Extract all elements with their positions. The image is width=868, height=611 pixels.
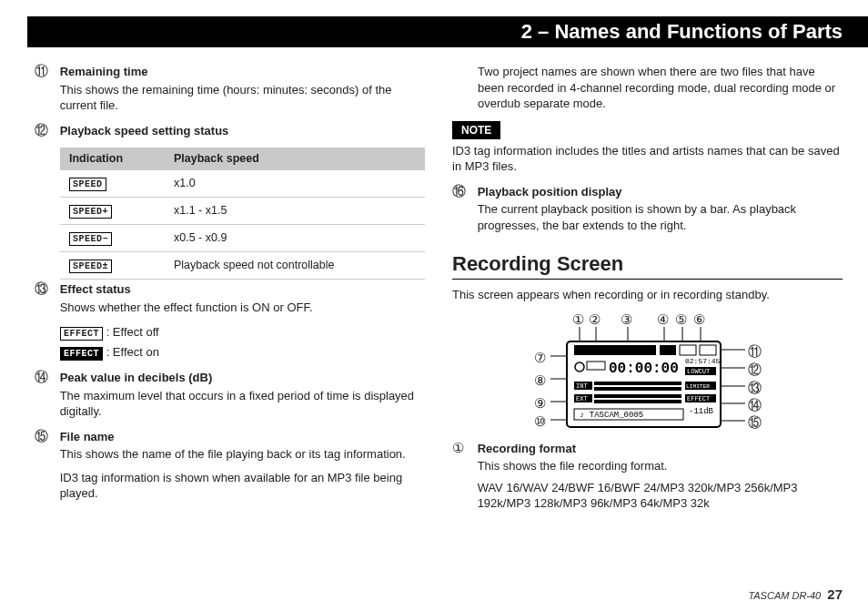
callout-top: ⑤ [675, 311, 687, 329]
speed-value: Playback speed not controllable [165, 252, 425, 280]
item-peak-value: ⑭ Peak value in decibels (dB) The maximu… [35, 370, 425, 420]
effect-off-text: : Effect off [106, 325, 159, 339]
effect-on-icon: EFFECT [60, 347, 103, 361]
svg-rect-17 [660, 345, 676, 355]
callout-top: ② [589, 311, 601, 329]
speed-value: x1.0 [165, 170, 425, 198]
table-row: SPEED x1.0 [60, 170, 425, 198]
item-title: Remaining time [60, 65, 148, 78]
svg-rect-28 [594, 382, 681, 385]
right-column: Two project names are shown when there a… [452, 64, 843, 584]
item-title: Effect status [60, 282, 131, 296]
section-intro: This screen appears when recording or in… [452, 287, 843, 303]
item-title: Playback speed setting status [60, 124, 229, 137]
item-title: Recording format [478, 442, 576, 455]
note-block: NOTE ID3 tag information includes the ti… [452, 121, 843, 175]
callout-right: ⑮ [748, 413, 762, 432]
svg-text:LIMITER: LIMITER [686, 383, 710, 390]
item-remaining-time: ⑪ Remaining time This shows the remainin… [35, 64, 425, 114]
note-text: ID3 tag information includes the titles … [452, 143, 843, 175]
recording-screen-figure: ① ② ③ ④ ⑤ ⑥ ⑦ ⑧ ⑨ ⑩ ⑪ ⑫ ⑬ ⑭ ⑮ [507, 311, 789, 433]
callout-left: ⑧ [534, 372, 546, 390]
svg-text:LOWCUT: LOWCUT [687, 368, 710, 375]
chapter-title: 2 – Names and Functions of Parts [521, 20, 843, 44]
item-playback-position: ⑯ Playback position display The current … [452, 184, 843, 234]
table-row: SPEED x1.1 - x1.5 [60, 198, 425, 225]
chapter-header: 2 – Names and Functions of Parts [27, 16, 868, 47]
callout-left: ⑦ [534, 349, 546, 367]
page-footer: TASCAM DR-40 27 [748, 586, 843, 602]
callout-right: ⑫ [748, 361, 762, 379]
manual-page: 2 – Names and Functions of Parts ⑪ Remai… [0, 0, 868, 611]
svg-text:-11dB: -11dB [689, 407, 714, 416]
item-title: Peak value in decibels (dB) [60, 371, 213, 384]
item-effect-status: ⑬ Effect status Shows whether the effect… [35, 281, 425, 315]
callout-left: ⑨ [534, 394, 546, 412]
callout-number: ① [452, 441, 464, 454]
item-playback-speed: ⑫ Playback speed setting status [35, 123, 425, 139]
item-desc: Shows whether the effect function is ON … [60, 300, 425, 316]
speed-pm-icon: SPEED [69, 260, 112, 273]
svg-text:INT: INT [576, 382, 588, 390]
svg-text:00:00:00: 00:00:00 [609, 361, 679, 377]
item-desc: This shows the remaining time (hours: mi… [60, 82, 425, 114]
callout-top: ① [572, 311, 584, 329]
callout-top: ⑥ [693, 311, 705, 329]
col-speed: Playback speed [165, 148, 425, 170]
svg-text:EFFECT: EFFECT [687, 395, 710, 402]
item-desc: This shows the file recording format. [478, 458, 843, 474]
col-indication: Indication [60, 148, 165, 170]
item-recording-format: ① Recording format This shows the file r… [452, 441, 843, 512]
callout-number: ⑮ [35, 429, 48, 443]
section-heading: Recording Screen [452, 250, 843, 280]
table-row: SPEED Playback speed not controllable [60, 252, 425, 280]
callout-right: ⑪ [748, 342, 762, 361]
continuation-text: Two project names are shown when there a… [478, 64, 843, 112]
footer-page: 27 [827, 586, 843, 602]
item-desc: The maximum level that occurs in a fixed… [60, 388, 425, 420]
callout-number: ⑬ [35, 281, 48, 295]
svg-rect-29 [594, 387, 681, 391]
callout-number: ⑫ [35, 123, 48, 137]
item-title: File name [60, 430, 115, 443]
svg-rect-35 [594, 400, 681, 403]
callout-top: ④ [657, 311, 669, 329]
svg-text:02:57:45: 02:57:45 [685, 357, 721, 365]
callout-top: ③ [621, 311, 632, 329]
speed-table: Indication Playback speed SPEED x1.0 SPE… [60, 148, 425, 280]
item-extra: ID3 tag information is shown when availa… [60, 470, 425, 502]
speed-value: x1.1 - x1.5 [165, 198, 425, 225]
item-formats: WAV 16/WAV 24/BWF 16/BWF 24/MP3 320k/MP3… [478, 480, 843, 512]
left-column: ⑪ Remaining time This shows the remainin… [35, 64, 425, 584]
speed-icon: SPEED [69, 178, 106, 191]
speed-value: x0.5 - x0.9 [165, 225, 425, 252]
content-columns: ⑪ Remaining time This shows the remainin… [35, 64, 843, 584]
item-title: Playback position display [478, 185, 622, 199]
footer-model: TASCAM DR-40 [748, 590, 821, 601]
speed-table-wrap: Indication Playback speed SPEED x1.0 SPE… [60, 148, 425, 280]
effect-legend: EFFECT : Effect off EFFECT : Effect on [60, 324, 425, 361]
item-desc: The current playback position is shown b… [478, 201, 843, 233]
callout-number: ⑭ [35, 370, 48, 383]
callout-number: ⑪ [35, 64, 48, 77]
speed-minus-icon: SPEED [69, 232, 112, 246]
svg-text:♪ TASCAM_0005: ♪ TASCAM_0005 [580, 411, 643, 420]
callout-right: ⑬ [748, 379, 762, 397]
svg-rect-16 [574, 345, 656, 355]
table-header-row: Indication Playback speed [60, 148, 425, 170]
svg-rect-34 [594, 394, 681, 398]
table-row: SPEED x0.5 - x0.9 [60, 225, 425, 252]
callout-left: ⑩ [534, 412, 546, 431]
item-desc: This shows the name of the file playing … [60, 446, 425, 463]
effect-on-text: : Effect on [106, 345, 159, 359]
schematic-svg: 00:00:00 02:57:45 LOWCUT INT LIMITER EXT [507, 311, 789, 433]
item-file-name: ⑮ File name This shows the name of the f… [35, 429, 425, 502]
note-label: NOTE [452, 121, 500, 139]
callout-number: ⑯ [452, 184, 466, 198]
speed-plus-icon: SPEED [69, 205, 112, 219]
callout-right: ⑭ [748, 396, 762, 414]
svg-text:EXT: EXT [576, 395, 588, 402]
effect-off-icon: EFFECT [60, 327, 103, 341]
